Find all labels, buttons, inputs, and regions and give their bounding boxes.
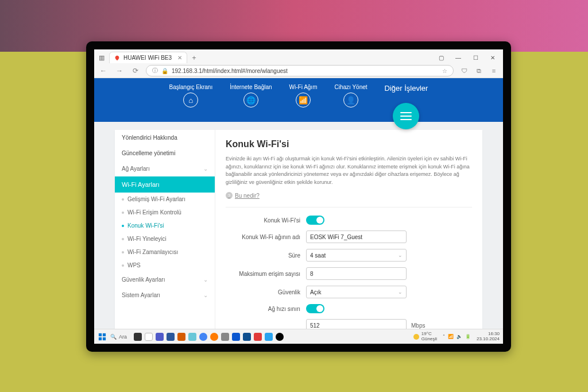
nav-more-label: Diğer İşlevler [385, 84, 428, 93]
taskbar-search[interactable]: 🔍 Ara [110, 334, 127, 340]
app-icon-10[interactable] [265, 333, 273, 341]
label-speed-limit: Ağ hızı sınırı [226, 306, 306, 312]
nav-device-label: Cihazı Yönet [334, 84, 367, 90]
label-duration: Süre [226, 252, 306, 259]
window-minimize-button[interactable]: — [450, 52, 466, 63]
address-bar[interactable]: ⓘ 🔒 192.168.3.1/html/index.html#/more/wl… [146, 65, 454, 76]
chevron-down-icon: ⌄ [203, 166, 208, 172]
svg-rect-1 [103, 333, 106, 336]
sidebar-sub-advanced-wifi[interactable]: Gelişmiş Wi-Fi Ayarları [115, 193, 215, 206]
clock-date: 23.10.2024 [477, 337, 500, 341]
label-max-access: Maksimum erişim sayısı [226, 271, 306, 277]
start-button[interactable] [98, 332, 107, 341]
speed-limit-toggle[interactable] [306, 304, 324, 313]
chevron-down-icon: ⌄ [203, 292, 208, 298]
chevron-up-icon[interactable]: ˄ [443, 334, 445, 339]
app-icon-9[interactable] [254, 333, 262, 341]
tab-overview-button[interactable]: ▢ [433, 52, 449, 63]
ssid-input[interactable]: EOSK WiFi 7_Guest [306, 230, 407, 243]
tab-list-button[interactable]: ▥ [96, 52, 107, 63]
sidebar-item-network[interactable]: Ağ Ayarları⌄ [115, 161, 215, 176]
app-icon-word[interactable] [167, 333, 175, 341]
nav-wifi-label: Wi-Fi Ağım [289, 84, 318, 90]
tab-title: HUAWEI WiFi BE3 [123, 55, 172, 61]
window-close-button[interactable]: ✕ [485, 52, 501, 63]
chevron-down-icon: ⌄ [203, 276, 208, 283]
sidebar-group-wifi-active[interactable]: Wi-Fi Ayarları [115, 176, 215, 193]
sidebar-item-security[interactable]: Güvenlik Ayarları⌄ [115, 272, 215, 287]
app-icon-6[interactable] [221, 333, 229, 341]
max-access-input[interactable]: 8 [306, 267, 407, 280]
taskbar-right: 19°C Güneşli ˄ 📶 🔈 🔋 16:30 23.10.2024 [413, 332, 500, 341]
sidebar-item-about[interactable]: Yönlendirici Hakkında [115, 130, 215, 145]
browser-menu-icon[interactable]: ≡ [488, 65, 500, 76]
speed-limit-input[interactable]: 512 [306, 319, 407, 329]
reload-button[interactable]: ⟳ [130, 65, 141, 76]
help-link-text: Bu nedir? [235, 193, 260, 199]
sidebar-item-system[interactable]: Sistem Ayarları⌄ [115, 287, 215, 303]
app-icon-chrome[interactable] [199, 333, 207, 341]
system-tray[interactable]: ˄ 📶 🔈 🔋 [443, 334, 471, 339]
settings-sidebar: Yönlendirici Hakkında Güncelleme yönetim… [115, 130, 215, 329]
search-icon: 🔍 [110, 334, 117, 340]
back-button[interactable]: ← [98, 65, 109, 76]
label-ssid: Konuk Wi-Fi ağının adı [226, 234, 306, 240]
volume-icon[interactable]: 🔈 [457, 334, 462, 339]
security-select[interactable]: Açık ⌄ [306, 286, 407, 298]
sidebar-sub-access-control[interactable]: Wi-Fi Erişim Kontrolü [115, 206, 215, 219]
sidebar-sub-wps[interactable]: WPS [115, 259, 215, 272]
wifi-icon: 📶 [296, 93, 311, 107]
lock-icon: 🔒 [161, 68, 168, 74]
app-icon-4[interactable] [177, 333, 185, 341]
close-tab-icon[interactable]: ✕ [177, 55, 182, 61]
speed-unit: Mbps [411, 322, 425, 329]
app-icon-2[interactable] [145, 333, 153, 341]
home-icon: ⌂ [183, 93, 198, 107]
nav-internet-label: İnternete Bağlan [230, 84, 272, 90]
help-link[interactable]: ? Bu nedir? [226, 192, 472, 199]
shield-icon[interactable]: 🛡 [458, 65, 470, 76]
settings-main-panel: Konuk Wi-Fi'si Evinizde iki ayrı Wi-Fi a… [215, 130, 482, 329]
app-icon-teams[interactable] [156, 333, 164, 341]
duration-select[interactable]: 4 saat ⌄ [306, 249, 407, 262]
taskbar-clock[interactable]: 16:30 23.10.2024 [477, 332, 500, 341]
forward-button[interactable]: → [114, 65, 125, 76]
sidebar-sub-guest-wifi[interactable]: Konuk Wi-Fi'si [115, 219, 215, 232]
browser-tab-active[interactable]: HUAWEI WiFi BE3 ✕ [109, 52, 187, 63]
site-info-icon[interactable]: ⓘ [152, 67, 158, 75]
extensions-icon[interactable]: ⧉ [473, 65, 485, 76]
wifi-tray-icon[interactable]: 📶 [448, 334, 454, 339]
sidebar-sub-scheduler[interactable]: Wi-Fi Zamanlayıcısı [115, 245, 215, 259]
window-maximize-button[interactable]: ☐ [467, 52, 483, 63]
battery-icon[interactable]: 🔋 [465, 334, 471, 339]
nav-home[interactable]: Başlangıç Ekranı ⌂ [169, 84, 213, 107]
chevron-down-icon: ⌄ [398, 252, 403, 258]
window-controls: ▢ — ☐ ✕ [433, 52, 501, 63]
new-tab-button[interactable]: ＋ [189, 53, 199, 62]
globe-icon: 🌐 [243, 93, 258, 107]
app-icon-5[interactable] [188, 333, 196, 341]
row-ssid: Konuk Wi-Fi ağının adı EOSK WiFi 7_Guest [226, 230, 472, 243]
chevron-down-icon: ⌄ [398, 289, 403, 295]
bookmark-star-icon[interactable]: ☆ [442, 68, 447, 74]
windows-taskbar: 🔍 Ara 19°C Güneşli [94, 329, 503, 344]
separator [226, 207, 472, 207]
sidebar-item-update[interactable]: Güncelleme yönetimi [115, 145, 215, 161]
weather-text: Güneşli [421, 337, 437, 341]
nav-more[interactable]: Diğer İşlevler [385, 84, 428, 129]
app-icon-1[interactable] [134, 333, 142, 341]
url-text: 192.168.3.1/html/index.html#/more/wlangu… [172, 68, 288, 74]
sidebar-sub-repeater[interactable]: Wi-Fi Yineleyici [115, 232, 215, 245]
weather-widget[interactable]: 19°C Güneşli [413, 332, 437, 341]
guest-wifi-toggle[interactable] [306, 216, 324, 225]
app-icon-7[interactable] [232, 333, 240, 341]
app-icon-firefox[interactable] [210, 333, 218, 341]
app-icon-8[interactable] [243, 333, 251, 341]
app-icon-x[interactable] [276, 333, 284, 341]
svg-rect-0 [99, 333, 102, 336]
nav-wifi[interactable]: Wi-Fi Ağım 📶 [289, 84, 318, 107]
nav-device[interactable]: Cihazı Yönet 👤 [334, 84, 367, 107]
nav-internet[interactable]: İnternete Bağlan 🌐 [230, 84, 272, 107]
browser-tabbar: ▥ HUAWEI WiFi BE3 ✕ ＋ ▢ — ☐ ✕ [94, 49, 503, 63]
row-max-access: Maksimum erişim sayısı 8 [226, 267, 472, 280]
